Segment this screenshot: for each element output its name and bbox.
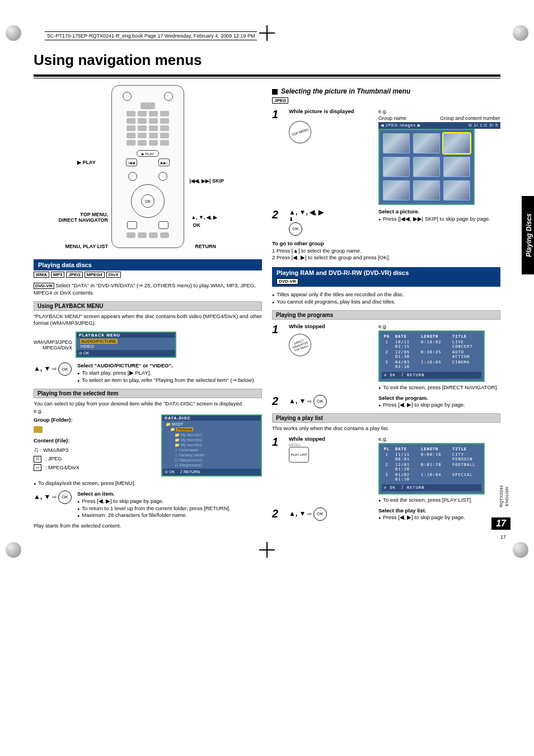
footer-code: RQTX0241 ENGLISH [499, 485, 509, 507]
page-title: Using navigation menus [34, 52, 500, 69]
crop-marks-bottom [0, 542, 534, 558]
using-playback-menu: Using PLAYBACK MENU [34, 301, 262, 311]
side-tab: Playing Discs [522, 196, 534, 274]
playlist-table: PL DATE LENGTH TITLE 111/11 00:010:00:10… [378, 443, 485, 494]
select-audio-video-heading: Select "AUDIO/PICTURE" or "VIDEO". [77, 362, 255, 370]
playing-from-selected: Playing from the selected item [34, 389, 262, 398]
section-ram-dvdr: Playing RAM and DVD-R/-RW (DVD-VR) discs [272, 267, 500, 278]
playlist-button-icon: PLAY LIST [289, 447, 309, 463]
nav-arrows-icon: ▲, ▼ ⇨ OK [34, 362, 72, 376]
format-tags: WMA MP3 JPEG MPEG4 DivX [34, 272, 262, 278]
page-number-small: 17 [500, 534, 506, 540]
data-disc-osd: DATA-DISC 📁 ROOT 📁 Perfume 📁 My favorite… [161, 414, 262, 477]
section-playing-data-discs: Playing data discs [34, 259, 262, 270]
page-number: 17 [491, 517, 510, 530]
data-intro: DVD-VR Select "DATA" in "DVD-VR/DATA" (⇒… [34, 282, 262, 297]
playback-menu-osd: PLAYBACK MENU AUDIO/PICTURE VIDEO ⊙ OK [76, 332, 176, 358]
programs-table: PG DATE LENGTH TITLE 110/11 02:150:16:02… [378, 330, 485, 382]
remote-diagram: ▶ PLAY |◀◀▶▶| ▶ PLAY |◀◀, ▶▶| SKIP TOP M… [34, 85, 262, 248]
crop-marks-top [0, 25, 534, 41]
direct-navigator-icon: DIRECT NAVIGATORTOP MENU [285, 330, 314, 359]
thumbnail-grid: ◀ JPEG images ▶G 1/ 1:C 3/ 9 [378, 122, 500, 205]
top-menu-icon: TOP MENU [285, 118, 314, 146]
thumbnail-heading: Selecting the picture in Thumbnail menu [272, 87, 500, 95]
playback-para: "PLAYBACK MENU" screen appears when the … [34, 313, 262, 328]
